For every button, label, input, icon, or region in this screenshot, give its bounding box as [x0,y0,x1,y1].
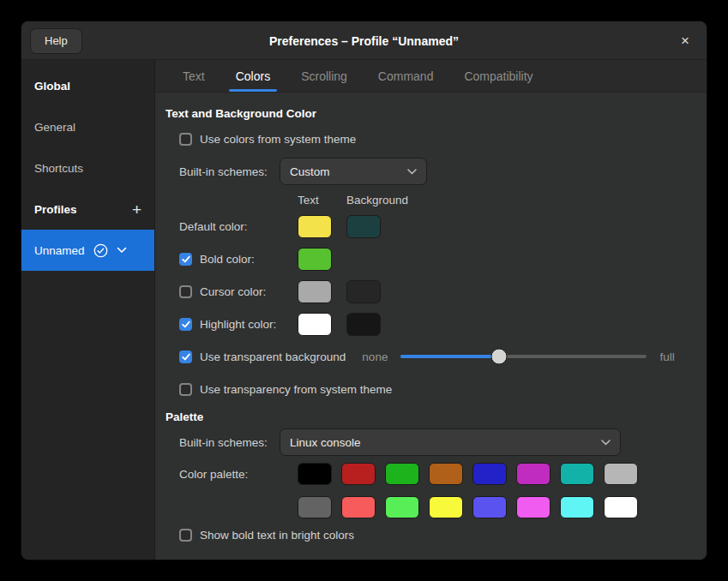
row-highlight-color: Highlight color: [179,308,696,340]
add-profile-button[interactable]: + [132,201,141,218]
palette-swatch[interactable] [516,463,551,485]
builtin-schemes-label: Built-in schemes: [179,165,280,178]
bold-color-checkbox[interactable] [179,253,192,266]
colors-page: Text and Background Color Use colors fro… [155,93,707,560]
transparency-slider-fill [400,355,499,358]
tabbar: Text Colors Scrolling Command Compatibil… [155,60,707,93]
palette-swatch[interactable] [472,496,507,518]
palette-swatch[interactable] [604,496,638,518]
highlight-text-color-swatch[interactable] [298,313,332,336]
profiles-header-label: Profiles [34,203,77,216]
tab-colors[interactable]: Colors [220,60,286,92]
column-header-text: Text [298,194,346,207]
row-show-bold-bright: Show bold text in bright colors [179,518,696,551]
row-system-theme-colors: Use colors from system theme [179,123,696,155]
transparent-background-checkbox[interactable] [179,350,192,363]
checkmark-icon [182,353,190,361]
row-palette-builtin-schemes: Built-in schemes: Linux console [179,426,696,458]
help-button[interactable]: Help [30,28,82,54]
row-bold-color: Bold color: [179,243,696,275]
color-palette-label: Color palette: [179,463,298,485]
row-system-transparency: Use transparency from system theme [179,373,696,405]
palette-swatch[interactable] [341,496,376,518]
palette-swatch[interactable] [385,496,419,518]
row-default-color: Default color: [179,210,696,243]
row-builtin-schemes: Built-in schemes: Custom [179,155,696,188]
color-palette-grid [298,463,638,518]
swatch-column-headers: Text Background [298,189,696,210]
content-area: Text Colors Scrolling Command Compatibil… [155,60,707,560]
section-title-palette: Palette [165,410,696,423]
palette-swatch[interactable] [560,463,594,485]
window-title: Preferences – Profile “Unnamed” [21,34,707,48]
palette-swatch[interactable] [385,463,419,485]
cursor-color-label: Cursor color: [200,285,266,298]
checkmark-icon [182,255,190,263]
row-cursor-color: Cursor color: [179,275,696,308]
palette-swatch[interactable] [472,463,507,485]
section-title-text-bg: Text and Background Color [165,107,696,120]
palette-swatch[interactable] [429,496,463,518]
builtin-schemes-dropdown[interactable]: Custom [280,158,427,185]
sidebar-item-general[interactable]: General [21,106,154,147]
cursor-background-color-swatch[interactable] [346,280,381,303]
palette-schemes-value: Linux console [290,436,361,449]
palette-swatch[interactable] [341,463,376,485]
palette-schemes-label: Built-in schemes: [179,436,280,449]
bold-color-label: Bold color: [200,253,255,266]
palette-swatch[interactable] [604,463,638,485]
row-color-palette: Color palette: [179,463,696,518]
tab-scrolling[interactable]: Scrolling [286,60,363,92]
show-bold-bright-label: Show bold text in bright colors [200,529,354,542]
close-button[interactable]: × [674,30,696,52]
cursor-text-color-swatch[interactable] [298,280,332,303]
global-header-label: Global [34,80,70,93]
palette-row-bright [298,496,638,518]
highlight-background-color-swatch[interactable] [346,313,381,336]
builtin-schemes-value: Custom [290,165,330,178]
preferences-window: Help Preferences – Profile “Unnamed” × G… [21,21,707,560]
default-text-color-swatch[interactable] [298,215,332,238]
tab-compatibility[interactable]: Compatibility [448,60,548,92]
sidebar-item-shortcuts[interactable]: Shortcuts [21,147,154,189]
palette-schemes-dropdown[interactable]: Linux console [280,428,621,456]
default-color-label: Default color: [179,220,298,233]
transparency-slider-handle[interactable] [491,349,508,365]
sidebar-item-profile-unnamed[interactable]: Unnamed [21,230,154,271]
sidebar: Global General Shortcuts Profiles + Unna… [21,60,155,560]
bold-color-swatch[interactable] [298,248,332,271]
tab-command[interactable]: Command [363,60,449,92]
close-icon: × [681,33,689,50]
transparency-slider[interactable] [400,355,647,358]
column-header-background: Background [346,194,408,207]
system-theme-colors-checkbox[interactable] [179,133,192,146]
system-theme-colors-label: Use colors from system theme [200,133,356,146]
shortcuts-label: Shortcuts [34,162,83,175]
chevron-down-icon [601,440,611,446]
palette-swatch[interactable] [298,463,332,485]
transparent-background-label: Use transparent background [200,350,346,363]
palette-swatch[interactable] [516,496,551,518]
palette-row-normal [298,463,638,485]
show-bold-bright-checkbox[interactable] [179,529,192,542]
profile-menu-chevron-icon[interactable] [117,247,127,254]
cursor-color-checkbox[interactable] [179,285,192,298]
headerbar: Help Preferences – Profile “Unnamed” × [21,21,707,60]
palette-swatch[interactable] [298,496,332,518]
profile-active-check-icon [93,243,108,258]
highlight-color-checkbox[interactable] [179,318,192,331]
system-transparency-checkbox[interactable] [179,383,192,396]
sidebar-global-header: Global [21,65,154,106]
system-transparency-label: Use transparency from system theme [200,383,392,396]
chevron-down-icon [407,169,417,175]
slider-full-label: full [659,350,674,363]
palette-swatch[interactable] [429,463,463,485]
default-background-color-swatch[interactable] [346,215,381,238]
checkmark-icon [182,320,190,328]
tab-text[interactable]: Text [167,60,220,92]
highlight-color-label: Highlight color: [200,318,276,331]
sidebar-profiles-header: Profiles + [21,189,154,230]
palette-swatch[interactable] [560,496,594,518]
row-transparent-background: Use transparent background none full [179,340,696,373]
general-label: General [34,121,75,134]
